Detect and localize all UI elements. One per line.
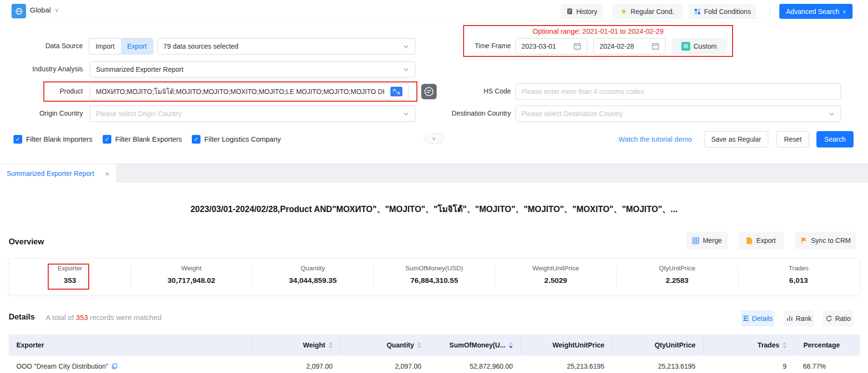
- origin-country-placeholder: Please select Origin Country: [96, 110, 181, 118]
- start-date-input[interactable]: 2023-03-01: [515, 38, 588, 54]
- query-summary-title: 2023/03/01-2024/02/28,Product AND"МОХИТО…: [0, 202, 868, 216]
- translate-icon[interactable]: A: [390, 87, 402, 96]
- close-icon[interactable]: ×: [105, 170, 109, 178]
- column-header-quantity[interactable]: Quantity: [340, 334, 429, 356]
- regular-cond-label: Regular Cond.: [631, 8, 674, 15]
- sort-icon[interactable]: [417, 342, 421, 348]
- merge-button[interactable]: Merge: [686, 232, 728, 249]
- cell-weight-unit-price: 25,213.6195: [521, 356, 612, 373]
- sort-icon[interactable]: [329, 342, 333, 348]
- destination-country-placeholder: Please select Destination Country: [521, 110, 623, 118]
- optional-range-note: Optional range: 2021-01-01 to 2024-02-29: [463, 27, 733, 35]
- cell-exporter: OOO "Dream City Distribution": [9, 356, 252, 373]
- sort-icon-descending-active[interactable]: [509, 342, 513, 348]
- trade-data-search-page: Global ∨ History ★ Regular Cond. Fold Co…: [0, 0, 868, 373]
- sync-to-crm-button[interactable]: Sync to CRM: [795, 232, 856, 249]
- chevron-down-icon: [403, 67, 409, 73]
- history-icon: [566, 8, 573, 15]
- exporter-name[interactable]: OOO "Dream City Distribution": [16, 362, 108, 370]
- import-toggle[interactable]: Import: [89, 39, 121, 54]
- region-selector[interactable]: Global ∨: [30, 6, 59, 14]
- sync-to-crm-label: Sync to CRM: [811, 237, 851, 244]
- result-tab-bar: Summarized Exporter Report ×: [0, 163, 868, 183]
- filter-logistics-company-label: Filter Logistics Company: [204, 135, 281, 143]
- tab-label: Summarized Exporter Report: [7, 170, 94, 177]
- industry-analysis-select[interactable]: Summarized Exporter Report: [90, 61, 415, 78]
- filter-logistics-company-checkbox[interactable]: ✓ Filter Logistics Company: [192, 135, 281, 144]
- total-suffix: records were matched: [90, 313, 161, 321]
- hs-code-input[interactable]: [515, 83, 841, 100]
- start-date-value: 2023-03-01: [521, 42, 556, 50]
- cell-percentage: 68.77%: [794, 356, 860, 373]
- column-header-trades[interactable]: Trades: [703, 334, 794, 356]
- calendar-icon: [652, 42, 659, 50]
- svg-text:A: A: [397, 91, 400, 95]
- product-input[interactable]: МОХИТО;MOJITO;โมจิโต้;MOJITO;MOJITO;MOXI…: [90, 83, 409, 100]
- overview-stats-bar: Exporter353 Weight30,717,948.02 Quantity…: [9, 258, 860, 295]
- save-as-regular-button[interactable]: Save as Regular: [704, 131, 768, 147]
- data-sources-select[interactable]: 79 data sources selected: [157, 38, 415, 54]
- destination-country-select[interactable]: Please select Destination Country: [515, 106, 841, 122]
- details-title: Details: [9, 312, 35, 321]
- hs-code-label: HS Code: [434, 87, 511, 95]
- history-button[interactable]: History: [561, 4, 602, 19]
- cell-sum-of-money: 52,872,960.00: [429, 356, 521, 373]
- view-rank-button[interactable]: Rank: [784, 310, 814, 326]
- sort-icon[interactable]: [783, 342, 787, 348]
- column-header-exporter[interactable]: Exporter: [9, 334, 252, 356]
- checkbox-checked-icon: ✓: [13, 135, 22, 144]
- export-toggle[interactable]: Export: [121, 39, 153, 54]
- column-header-qty-unit-price[interactable]: QtyUnitPrice: [612, 334, 703, 356]
- fold-conditions-label: Fold Conditions: [704, 8, 751, 15]
- reset-button[interactable]: Reset: [776, 131, 809, 147]
- result-content: 2023/03/01-2024/02/28,Product AND"МОХИТО…: [0, 183, 868, 373]
- star-icon: ★: [620, 8, 627, 15]
- advanced-search-button[interactable]: Advanced Search ›: [779, 4, 853, 19]
- product-value: МОХИТО;MOJITO;โมจิโต้;MOJITO;MOJITO;MOXI…: [96, 86, 385, 97]
- cell-quantity: 2,097.00: [340, 356, 429, 373]
- tab-summarized-exporter-report[interactable]: Summarized Exporter Report ×: [0, 164, 116, 183]
- column-header-sum-of-money[interactable]: SumOfMoney(U...: [429, 334, 521, 356]
- view-ratio-label: Ratio: [835, 315, 851, 322]
- globe-logo-icon: [12, 4, 26, 18]
- tutorial-demo-link[interactable]: Watch the tutorial demo: [618, 135, 692, 143]
- search-button[interactable]: Search: [816, 131, 854, 147]
- data-sources-value: 79 data sources selected: [163, 42, 239, 50]
- chevron-right-icon: ›: [843, 7, 846, 16]
- column-header-weight-unit-price[interactable]: WeightUnitPrice: [521, 334, 612, 356]
- ratio-icon: [826, 315, 832, 322]
- top-header-bar: Global ∨ History ★ Regular Cond. Fold Co…: [0, 0, 868, 22]
- end-date-input[interactable]: 2024-02-28: [593, 38, 666, 54]
- checkbox-checked-icon: ✓: [192, 135, 200, 144]
- view-ratio-button[interactable]: Ratio: [823, 310, 854, 326]
- custom-label: Custom: [694, 42, 717, 50]
- overview-title: Overview: [9, 237, 44, 246]
- filter-blank-exporters-label: Filter Blank Exporters: [115, 135, 182, 143]
- search-form: Data Source Import Export 79 data source…: [0, 22, 868, 163]
- filter-blank-importers-checkbox[interactable]: ✓ Filter Blank Importers: [13, 135, 93, 144]
- regular-cond-button[interactable]: ★ Regular Cond.: [612, 4, 682, 19]
- chevron-down-icon: [828, 111, 835, 117]
- column-header-weight[interactable]: Weight: [252, 334, 340, 356]
- export-button[interactable]: Export: [738, 232, 784, 249]
- stat-quantity: Quantity34,044,859.35: [252, 258, 374, 295]
- chevron-down-icon: [403, 111, 409, 117]
- records-matched-text: A total of 353 records were matched: [46, 313, 161, 321]
- advanced-search-label: Advanced Search: [786, 8, 840, 15]
- fold-conditions-button[interactable]: Fold Conditions: [689, 4, 756, 19]
- filter-blank-exporters-checkbox[interactable]: ✓ Filter Blank Exporters: [103, 135, 182, 144]
- details-grid-icon: [743, 315, 749, 321]
- end-date-value: 2024-02-28: [600, 42, 634, 50]
- sync-to-crm-icon: [801, 237, 808, 244]
- view-details-button[interactable]: Details: [741, 310, 774, 326]
- region-label: Global: [30, 6, 51, 14]
- origin-country-select[interactable]: Please select Origin Country: [90, 106, 415, 122]
- origin-country-label: Origin Country: [6, 109, 83, 117]
- time-frame-label: Time Frame: [434, 42, 511, 50]
- total-prefix: A total of: [46, 313, 74, 321]
- copy-icon[interactable]: [111, 363, 118, 370]
- header-divider: [770, 6, 770, 16]
- collapse-conditions-pill[interactable]: ∨: [424, 133, 444, 144]
- table-row[interactable]: OOO "Dream City Distribution" 2,097.00 2…: [9, 356, 860, 373]
- custom-range-button[interactable]: ⌘ Custom: [672, 38, 726, 54]
